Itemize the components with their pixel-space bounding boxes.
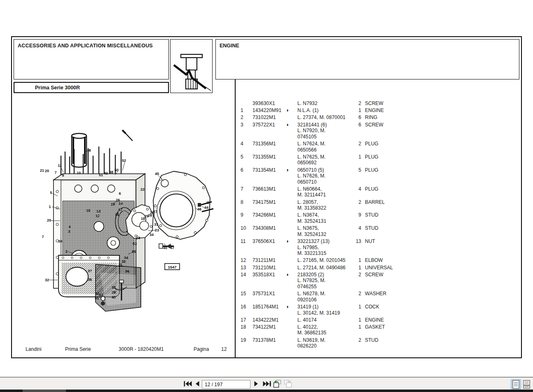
part-cross-refs: L. N7932 — [297, 100, 355, 107]
single-page-view-button[interactable] — [511, 379, 521, 390]
part-ref: 19 — [241, 337, 252, 343]
no-stud-symbol-box — [170, 39, 213, 93]
part-number: 734175M1 — [252, 199, 285, 205]
single-page-icon — [512, 380, 519, 389]
part-name: STUD — [365, 225, 379, 231]
page-footer: Landini Prima Serie 3000R - 1820420M1 Pa… — [12, 346, 234, 354]
part-ref: 3 — [241, 122, 252, 128]
part-cross-refs: L. 27374, M. 0870001 — [297, 114, 355, 121]
series-title-box: Prima Serie 3000R — [14, 82, 169, 93]
part-cross-refs: L. 40122, M. 36862135 — [297, 324, 355, 336]
previous-page-icon — [195, 381, 199, 387]
part-cross-refs: L. 28057, M. 31358322 — [297, 199, 355, 211]
part-qty: 5 — [355, 167, 361, 173]
part-cross-refs: N.L.A. (1) — [297, 107, 355, 114]
first-page-icon — [184, 381, 192, 387]
part-cross-refs: L. N3675, M. 32524132 — [297, 225, 355, 237]
parts-row: 3 375722X1 ◑ 32181441 (6) L. N7920, M. 0… — [241, 122, 517, 140]
part-number: 734122M1 — [252, 324, 285, 330]
part-name: BARREL — [365, 199, 385, 205]
part-qty: 1 — [355, 107, 361, 114]
part-qty: 13 — [355, 238, 361, 245]
first-page-button[interactable] — [183, 380, 193, 387]
parts-row: 1 1434220M91 ◑ N.L.A. (1) 1 ENGINE — [241, 107, 517, 114]
previous-page-button[interactable] — [194, 380, 200, 387]
part-cross-refs: 31419 (1) L. 30142, M. 31419 — [297, 304, 355, 316]
part-qty: 2 — [355, 199, 361, 205]
parts-row: 2 731022M1 L. 27374, M. 0870001 6 RING — [241, 114, 517, 121]
part-ref: 1 — [241, 107, 252, 114]
footer-page-label: Pagina — [194, 346, 209, 352]
part-name: COCK — [365, 304, 379, 310]
part-ref: 13 — [241, 265, 252, 271]
part-name: STUD — [365, 337, 379, 343]
part-name: ENGINE — [365, 107, 384, 114]
part-number: 734308M1 — [252, 225, 285, 231]
previous-view-button[interactable] — [272, 379, 282, 389]
part-name: NUT — [365, 238, 375, 245]
supersession-icon: ◑ — [285, 122, 297, 128]
parts-row: 13 731210M1 L. 27214, M. 0490486 1 UNIVE… — [241, 265, 517, 271]
part-name: GASKET — [365, 324, 385, 330]
part-qty: 6 — [355, 114, 361, 121]
taskbar-edge — [0, 390, 533, 392]
part-number: 1434220M91 — [252, 107, 285, 114]
part-cross-refs: L. 27165, M. 0201045 — [297, 257, 355, 264]
part-name: PLUG — [365, 186, 379, 192]
part-number: 731022M1 — [252, 114, 285, 121]
exploded-diagram: 1547 85250514948451121207910625191451131… — [37, 95, 235, 325]
footer-series: Prima Serie — [65, 346, 91, 352]
part-number: 1851764M1 — [252, 304, 285, 310]
part-qty: 2 — [355, 337, 361, 343]
column-divider — [235, 79, 236, 357]
parts-row: 11 376506X1 ◑ 33221327 (13) L. N7985, M.… — [241, 238, 517, 257]
part-qty: 1 — [355, 154, 361, 160]
part-name: WASHER — [365, 291, 386, 297]
part-number: 731378M1 — [252, 337, 285, 343]
part-name: STUD — [365, 212, 379, 218]
part-cross-refs: 0650710 (5) L. N7626, M. 0650710 — [297, 167, 355, 185]
footer-brand: Landini — [26, 346, 42, 352]
part-ref: 2 — [241, 114, 252, 121]
last-page-icon — [263, 381, 271, 387]
part-name: UNIVERSAL — [365, 265, 393, 271]
last-page-button[interactable] — [262, 380, 272, 387]
part-cross-refs: L. N7624, M. 0650566 — [297, 141, 355, 153]
part-cross-refs: L. 40174 — [297, 317, 355, 323]
next-view-button[interactable] — [283, 379, 293, 389]
part-cross-refs: L. N3674, M. 32524131 — [297, 212, 355, 224]
part-name: PLUG — [365, 154, 379, 160]
part-ref: 9 — [241, 212, 252, 218]
part-ref: 11 — [241, 238, 252, 245]
part-qty: 6 — [355, 122, 361, 128]
parts-row: 18 734122M1 L. 40122, M. 36862135 1 GASK… — [241, 324, 517, 336]
part-number: 731354M1 — [252, 167, 285, 173]
part-ref: 14 — [241, 272, 252, 278]
next-page-button[interactable] — [253, 380, 259, 387]
series-title: Prima Serie 3000R — [35, 85, 80, 91]
part-number: 736613M1 — [252, 186, 285, 192]
continuous-view-button[interactable] — [521, 379, 532, 390]
part-name: SCREW — [365, 122, 383, 128]
previous-view-icon — [273, 379, 282, 388]
part-ref: 5 — [241, 154, 252, 160]
footer-model-code: 3000R - 1820420M1 — [119, 346, 164, 352]
supersession-icon: ◑ — [285, 167, 297, 173]
part-qty: 2 — [355, 272, 361, 278]
part-cross-refs: 32181441 (6) L. N7920, M. 0745105 — [297, 122, 355, 140]
part-number: 393630X1 — [252, 100, 285, 107]
part-cross-refs: L. N7625, M. 0650692 — [297, 154, 355, 166]
page-number-combobox[interactable]: ▼ — [202, 380, 250, 389]
part-number: 1434222M1 — [252, 317, 285, 323]
part-name: ENGINE — [365, 317, 384, 323]
part-qty: 4 — [355, 225, 361, 231]
section-title: ACCESSORIES AND APPLICATION MISCELLANEOU… — [18, 43, 153, 49]
document-page: ACCESSORIES AND APPLICATION MISCELLANEOU… — [11, 36, 522, 358]
part-name: SCREW — [365, 272, 383, 278]
parts-row: 9 734266M1 L. N3674, M. 32524131 9 STUD — [241, 212, 517, 224]
continuous-pages-icon — [523, 380, 530, 389]
part-ref: 18 — [241, 324, 252, 330]
part-qty: 2 — [355, 291, 361, 297]
footer-page-number: 12 — [221, 346, 227, 352]
taskbar-item — [23, 390, 66, 392]
